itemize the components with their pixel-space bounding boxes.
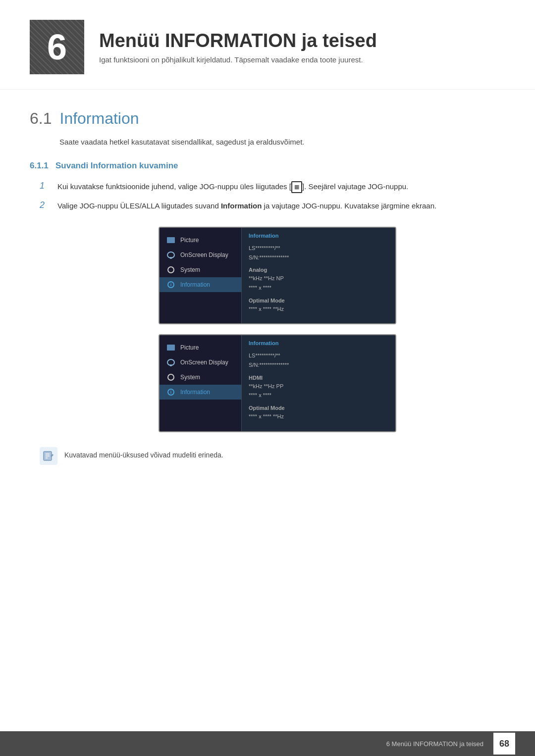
onscreen-icon-2 [166, 359, 175, 366]
panel-optimal-res-2: **** x **** **Hz [249, 412, 388, 421]
panel-section-optimal-2: Optimal Mode **** x **** **Hz [249, 405, 388, 421]
steps-list: 1 Kui kuvatakse funktsioonide juhend, va… [40, 181, 505, 212]
note-icon [40, 447, 57, 465]
info-icon-2: i [166, 389, 175, 396]
footer-page-number: 68 [493, 733, 515, 755]
chapter-subtitle: Igat funktsiooni on põhjalikult kirjelda… [99, 55, 377, 64]
onscreen-img-icon-2 [167, 359, 175, 366]
panel-section-ls-1: LS*********/** S/N:************** [249, 244, 388, 262]
page-footer: 6 Menüü INFORMATION ja teised 68 [0, 731, 535, 756]
system-img-icon-2 [167, 374, 174, 381]
note-text: Kuvatavad menüü-üksused võivad mudeliti … [64, 447, 223, 460]
panel-section-analog-1: Analog **kHz **Hz NP **** x **** [249, 267, 388, 292]
panel-analog-freq-1: **kHz **Hz NP [249, 274, 388, 283]
panel-section-hdmi-2: HDMI **kHz **Hz PP **** x **** [249, 375, 388, 400]
panel-section-optimal-1: Optimal Mode **** x **** **Hz [249, 298, 388, 314]
panel-ls-2: LS*********/** [249, 351, 388, 360]
picture-img-icon-1 [167, 237, 175, 243]
menu-item-onscreen-2: OnScreen Display [160, 355, 241, 370]
chapter-title-block: Menüü INFORMATION ja teised Igat funktsi… [99, 30, 377, 64]
step-1: 1 Kui kuvatakse funktsioonide juhend, va… [40, 181, 505, 193]
panel-optimal-label-1: Optimal Mode [249, 298, 388, 303]
panel-sn-2: S/N:************** [249, 360, 388, 370]
menu-label-picture-2: Picture [180, 344, 199, 351]
main-content: 6.1 Information Saate vaadata hetkel kas… [0, 90, 535, 485]
step-2: 2 Valige JOG-nuppu ÜLES/ALLA liigutades … [40, 200, 505, 212]
monitor-menu-sidebar-2: Picture OnScreen Display System i [160, 335, 241, 431]
monitor-content-panel-1: Information LS*********/** S/N:*********… [241, 228, 395, 323]
bold-information: Information [221, 202, 262, 210]
section-heading: 6.1 Information [30, 109, 505, 128]
subsection-number: 6.1.1 [30, 161, 49, 170]
chapter-number: 6 [30, 20, 84, 74]
menu-label-picture-1: Picture [180, 237, 199, 244]
panel-title-1: Information [249, 233, 388, 239]
panel-hdmi-res-2: **** x **** [249, 391, 388, 400]
menu-label-information-1: Information [180, 281, 210, 288]
note-box: Kuvatavad menüü-üksused võivad mudeliti … [40, 447, 505, 465]
menu-label-system-2: System [180, 374, 200, 381]
note-svg-icon [43, 450, 54, 462]
panel-hdmi-freq-2: **kHz **Hz PP [249, 382, 388, 391]
panel-optimal-label-2: Optimal Mode [249, 405, 388, 411]
panel-sn-1: S/N:************** [249, 253, 388, 262]
page-header: 6 Menüü INFORMATION ja teised Igat funkt… [0, 0, 535, 90]
monitor-ui-1: Picture OnScreen Display System i [159, 227, 396, 324]
picture-img-icon-2 [167, 345, 175, 351]
onscreen-icon-1 [166, 252, 175, 258]
panel-analog-label-1: Analog [249, 267, 388, 273]
menu-item-picture-2: Picture [160, 340, 241, 355]
info-icon-1: i [166, 281, 175, 288]
menu-label-onscreen-2: OnScreen Display [180, 359, 228, 366]
menu-item-information-2[interactable]: i Information [160, 385, 241, 400]
step-2-text: Valige JOG-nuppu ÜLES/ALLA liigutades su… [57, 200, 505, 212]
menu-label-system-1: System [180, 266, 200, 273]
menu-item-onscreen-1: OnScreen Display [160, 248, 241, 262]
section-number: 6.1 [30, 109, 52, 128]
step-1-num: 1 [40, 181, 50, 193]
section-intro: Saate vaadata hetkel kasutatavat sisenda… [59, 138, 505, 146]
step-2-num: 2 [40, 200, 50, 212]
system-icon-2 [166, 374, 175, 381]
section-title: Information [59, 109, 139, 128]
menu-label-onscreen-1: OnScreen Display [180, 252, 228, 258]
monitor-menu-sidebar-1: Picture OnScreen Display System i [160, 228, 241, 323]
panel-optimal-res-1: **** x **** **Hz [249, 304, 388, 314]
monitor-ui-2: Picture OnScreen Display System i [159, 334, 396, 432]
step-1-text: Kui kuvatakse funktsioonide juhend, vali… [57, 181, 505, 193]
menu-label-information-2: Information [180, 389, 210, 396]
panel-section-ls-2: LS*********/** S/N:************** [249, 351, 388, 369]
subsection-title: Suvandi Information kuvamine [55, 161, 178, 170]
picture-icon-2 [166, 344, 175, 351]
monitor-content-panel-2: Information LS*********/** S/N:*********… [241, 335, 395, 431]
chapter-title: Menüü INFORMATION ja teised [99, 30, 377, 51]
panel-title-2: Information [249, 340, 388, 346]
footer-text: 6 Menüü INFORMATION ja teised [386, 740, 483, 748]
info-img-icon-2: i [167, 389, 174, 396]
menu-item-picture-1: Picture [160, 233, 241, 248]
info-img-icon-1: i [167, 281, 174, 288]
menu-item-system-1: System [160, 262, 241, 277]
panel-hdmi-label-2: HDMI [249, 375, 388, 381]
menu-item-information-1[interactable]: i Information [160, 277, 241, 292]
subsection-heading: 6.1.1 Suvandi Information kuvamine [30, 161, 505, 171]
menu-item-system-2: System [160, 370, 241, 385]
panel-ls-1: LS*********/** [249, 244, 388, 253]
onscreen-img-icon-1 [167, 252, 175, 258]
panel-analog-res-1: **** x **** [249, 283, 388, 293]
system-img-icon-1 [167, 266, 174, 273]
picture-icon-1 [166, 237, 175, 244]
system-icon-1 [166, 266, 175, 273]
jog-icon: ▦ [291, 181, 302, 193]
screenshots-area: Picture OnScreen Display System i [50, 227, 505, 432]
